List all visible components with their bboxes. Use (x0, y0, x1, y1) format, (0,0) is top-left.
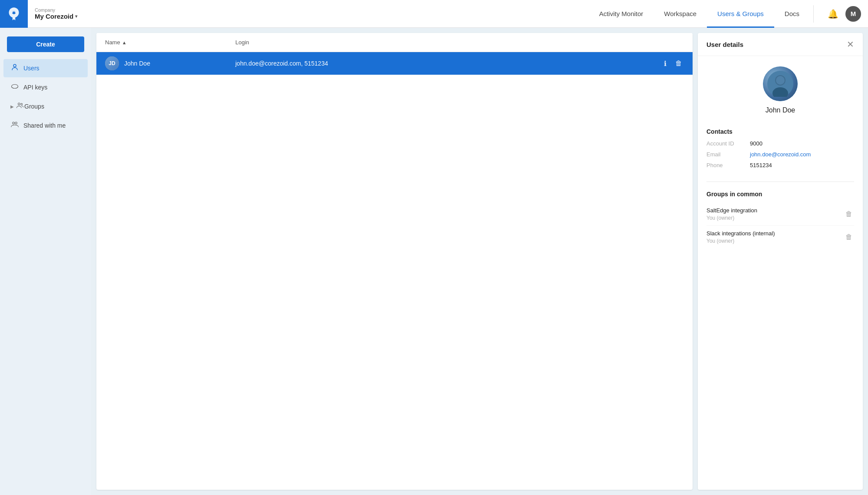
svg-point-3 (18, 103, 20, 105)
avatar-placeholder: JD (105, 56, 119, 70)
contacts-title: Contacts (706, 128, 854, 135)
nav-divider (813, 5, 814, 23)
phone-value: 5151234 (750, 162, 772, 168)
account-id-label: Account ID (706, 140, 750, 147)
sort-arrow-icon: ▲ (122, 40, 127, 45)
groups-icon (16, 102, 24, 111)
row-actions: ℹ 🗑 (662, 58, 684, 69)
group-item-saltedge: SaltEdge integration You (owner) 🗑 (706, 203, 854, 226)
users-table-section: Name ▲ Login JD John Doe john.doe@corezo… (96, 33, 693, 490)
top-nav: Company My Corezoid ▾ Activity Monitor W… (0, 0, 868, 28)
group-role-slack: You (owner) (706, 238, 775, 244)
table-header: Name ▲ Login (96, 33, 693, 52)
svg-point-1 (13, 64, 16, 67)
group-info-saltedge: SaltEdge integration You (owner) (706, 207, 757, 221)
nav-activity-monitor[interactable]: Activity Monitor (589, 0, 654, 28)
panel-avatar (763, 66, 798, 101)
sidebar-shared-label: Shared with me (23, 122, 66, 129)
nav-docs[interactable]: Docs (774, 0, 810, 28)
row-login: john.doe@corezoid.com, 5151234 (235, 60, 662, 67)
row-info-button[interactable]: ℹ (662, 58, 668, 69)
row-user-name: John Doe (124, 60, 150, 67)
panel-avatar-inner (763, 66, 798, 101)
phone-field: Phone 5151234 (706, 162, 854, 168)
groups-expand-icon: ▶ (10, 104, 14, 109)
group-name-saltedge: SaltEdge integration (706, 207, 757, 214)
groups-section: Groups in common SaltEdge integration Yo… (698, 184, 863, 255)
email-value[interactable]: john.doe@corezoid.com (750, 151, 811, 158)
sidebar-api-keys-label: API keys (23, 84, 47, 91)
api-keys-icon (10, 82, 19, 92)
sidebar-users-label: Users (23, 65, 40, 72)
user-avatar[interactable]: M (845, 6, 861, 22)
user-details-panel: User details ✕ John Doe (698, 33, 863, 490)
panel-divider (706, 182, 854, 182)
table-row[interactable]: JD John Doe john.doe@corezoid.com, 51512… (96, 52, 693, 75)
sidebar-item-api-keys[interactable]: API keys (3, 78, 88, 96)
user-avatar-image (767, 71, 793, 97)
group-delete-slack-button[interactable]: 🗑 (844, 231, 854, 243)
phone-label: Phone (706, 162, 750, 168)
group-delete-saltedge-button[interactable]: 🗑 (844, 208, 854, 220)
panel-close-button[interactable]: ✕ (847, 40, 854, 49)
row-delete-button[interactable]: 🗑 (673, 58, 684, 69)
content-area: Name ▲ Login JD John Doe john.doe@corezo… (91, 28, 868, 495)
group-role-saltedge: You (owner) (706, 215, 757, 221)
shared-icon (10, 121, 19, 130)
main-layout: Create Users API keys ▶ (0, 28, 868, 495)
company-name[interactable]: My Corezoid ▾ (35, 13, 77, 20)
company-info[interactable]: Company My Corezoid ▾ (28, 7, 84, 20)
contacts-section: Contacts Account ID 9000 Email john.doe@… (698, 121, 863, 180)
nav-users-groups[interactable]: Users & Groups (707, 0, 774, 28)
nav-links: Activity Monitor Workspace Users & Group… (589, 0, 810, 27)
col-name-header[interactable]: Name ▲ (105, 39, 235, 46)
company-label: Company (35, 7, 77, 13)
logo-icon (7, 7, 21, 21)
sidebar-item-groups[interactable]: ▶ Groups (3, 97, 88, 116)
panel-header: User details ✕ (698, 33, 863, 56)
sidebar-item-shared-with-me[interactable]: Shared with me (3, 116, 88, 135)
svg-point-6 (15, 122, 17, 124)
group-name-slack: Slack integrations (internal) (706, 230, 775, 237)
company-chevron: ▾ (75, 14, 77, 19)
svg-point-10 (776, 76, 785, 85)
email-label: Email (706, 151, 750, 158)
email-field: Email john.doe@corezoid.com (706, 151, 854, 158)
svg-point-5 (13, 122, 15, 124)
create-button[interactable]: Create (7, 36, 84, 52)
sidebar: Create Users API keys ▶ (0, 28, 91, 495)
group-item-slack: Slack integrations (internal) You (owner… (706, 226, 854, 248)
row-name-col: JD John Doe (105, 56, 235, 70)
notification-bell-icon[interactable]: 🔔 (824, 5, 842, 23)
group-info-slack: Slack integrations (internal) You (owner… (706, 230, 775, 244)
sidebar-groups-label: Groups (24, 103, 44, 110)
account-id-value: 9000 (750, 140, 762, 147)
sidebar-item-users[interactable]: Users (3, 59, 88, 77)
account-id-field: Account ID 9000 (706, 140, 854, 147)
groups-section-title: Groups in common (706, 191, 854, 198)
nav-workspace[interactable]: Workspace (653, 0, 707, 28)
users-icon (10, 63, 19, 73)
panel-avatar-section: John Doe (698, 56, 863, 121)
panel-user-name: John Doe (766, 106, 795, 114)
logo-area[interactable] (0, 0, 28, 28)
panel-title: User details (706, 41, 743, 48)
col-login-header: Login (235, 39, 684, 46)
nav-icons: 🔔 M (817, 5, 868, 23)
svg-point-4 (21, 103, 23, 105)
row-avatar: JD (105, 56, 119, 70)
